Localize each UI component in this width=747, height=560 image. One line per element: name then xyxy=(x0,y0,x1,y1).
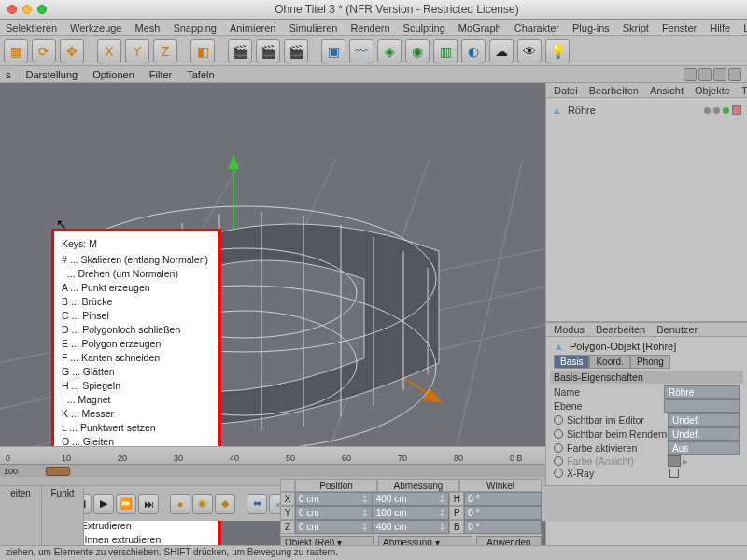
popup-item[interactable]: G ... Glätten xyxy=(62,365,211,379)
view-menu-s[interactable]: s xyxy=(6,69,11,80)
key-pos-button[interactable]: ⬌ xyxy=(247,494,267,514)
menu-snapping[interactable]: Snapping xyxy=(173,22,217,34)
nurbs-icon[interactable]: ◉ xyxy=(405,39,430,63)
dropdown-sichtbar-editor[interactable]: Undef. xyxy=(668,413,740,427)
rotate-icon[interactable]: ⟳ xyxy=(32,39,56,63)
menu-werkzeuge[interactable]: Werkzeuge xyxy=(70,22,121,34)
render-view-icon[interactable]: 🎬 xyxy=(228,39,252,63)
attr-menu-bearbeiten[interactable]: Bearbeiten xyxy=(596,324,645,335)
popup-item[interactable]: K ... Messer xyxy=(62,407,211,421)
input-ebene[interactable] xyxy=(664,399,740,413)
menu-mesh[interactable]: Mesh xyxy=(134,22,160,34)
anim-dot-icon[interactable] xyxy=(554,469,563,478)
generator-icon[interactable]: ◈ xyxy=(377,39,402,63)
input-name[interactable]: Röhre xyxy=(664,385,740,399)
render-region-icon[interactable]: 🎬 xyxy=(256,39,280,63)
om-menu-datei[interactable]: Datei xyxy=(554,85,578,96)
menu-charakter[interactable]: Charakter xyxy=(514,22,559,34)
deformer-icon[interactable]: ◐ xyxy=(461,39,486,63)
step-fwd-button[interactable]: ⏩ xyxy=(116,494,136,514)
zoom-icon[interactable] xyxy=(37,5,47,14)
viewport-nav-icon[interactable] xyxy=(698,68,712,81)
light-icon[interactable]: 💡 xyxy=(545,39,570,63)
om-menu-tags[interactable]: Tag xyxy=(741,85,747,96)
timeline-scrub[interactable]: 100 xyxy=(0,464,545,477)
pos-z-input[interactable]: 0 cm‡ xyxy=(295,520,373,534)
tab-basis[interactable]: Basis xyxy=(554,355,589,369)
menu-animieren[interactable]: Animieren xyxy=(230,22,276,34)
anim-dot-icon[interactable] xyxy=(554,443,563,453)
move-icon[interactable]: ✥ xyxy=(60,39,84,63)
rot-h-input[interactable]: 0 ° xyxy=(464,492,542,506)
popup-item[interactable]: B ... Brücke xyxy=(62,295,211,309)
close-icon[interactable] xyxy=(7,5,17,14)
viewport-nav-icon[interactable] xyxy=(728,68,741,81)
popup-item[interactable]: I ... Magnet xyxy=(62,393,211,407)
anim-dot-icon[interactable] xyxy=(554,456,563,466)
view-menu-darstellung[interactable]: Darstellung xyxy=(26,69,78,80)
axis-x-icon[interactable]: X xyxy=(97,39,121,63)
popup-item[interactable]: , ... Drehen (um Normalen) xyxy=(62,267,211,281)
render-settings-icon[interactable]: 🎬 xyxy=(284,39,308,63)
primitive-cube-icon[interactable]: ▣ xyxy=(321,39,345,63)
menu-simulieren[interactable]: Simulieren xyxy=(289,22,337,34)
phong-tag-icon[interactable] xyxy=(732,105,741,115)
popup-item[interactable]: L ... Punktwert setzen xyxy=(62,421,211,435)
coord-system-icon[interactable]: ◧ xyxy=(190,39,215,63)
menu-fenster[interactable]: Fenster xyxy=(662,22,697,34)
dropdown-sichtbar-rendern[interactable]: Undef. xyxy=(668,427,740,441)
environment-icon[interactable]: ☁ xyxy=(489,39,514,63)
view-menu-filter[interactable]: Filter xyxy=(149,69,172,80)
attr-menu-benutzer[interactable]: Benutzer xyxy=(656,324,698,335)
goto-end-button[interactable]: ⏭ xyxy=(138,494,159,514)
rot-b-input[interactable]: 0 ° xyxy=(464,520,542,534)
autokey-button[interactable]: ◉ xyxy=(192,494,213,514)
view-menu-tafeln[interactable]: Tafeln xyxy=(187,69,214,80)
menu-sculpting[interactable]: Sculpting xyxy=(403,22,445,34)
popup-item[interactable]: T ... Extrudieren xyxy=(62,519,211,533)
anim-dot-icon[interactable] xyxy=(554,415,563,425)
checkbox-xray[interactable] xyxy=(669,469,679,478)
popup-item[interactable]: H ... Spiegeln xyxy=(62,379,211,393)
popup-item[interactable]: D ... Polygonloch schließen xyxy=(62,323,211,337)
popup-item[interactable]: C ... Pinsel xyxy=(62,309,211,323)
menu-mograph[interactable]: MoGraph xyxy=(458,22,501,34)
object-manager[interactable]: ▲ Röhre xyxy=(546,98,747,322)
axis-y-icon[interactable]: Y xyxy=(125,39,149,63)
size-z-input[interactable]: 400 cm‡ xyxy=(373,520,450,534)
tab-phong[interactable]: Phong xyxy=(630,355,670,369)
live-select-icon[interactable]: ▦ xyxy=(4,39,28,63)
axis-z-icon[interactable]: Z xyxy=(153,39,177,63)
menu-rendern[interactable]: Rendern xyxy=(350,22,389,34)
dropdown-farbe-aktivieren[interactable]: Aus xyxy=(668,441,740,455)
menu-plugins[interactable]: Plug-ins xyxy=(572,22,610,34)
om-menu-objekte[interactable]: Objekte xyxy=(695,85,730,96)
visibility-dot-icon[interactable] xyxy=(713,107,720,114)
camera-icon[interactable]: 👁 xyxy=(517,39,542,63)
size-y-input[interactable]: 100 cm‡ xyxy=(373,506,450,520)
object-name[interactable]: Röhre xyxy=(568,105,596,116)
attr-menu-modus[interactable]: Modus xyxy=(554,324,585,335)
tab-koord[interactable]: Koord. xyxy=(589,355,629,369)
popup-item[interactable]: F ... Kanten schneiden xyxy=(62,351,211,365)
timeline-ruler[interactable]: 0 10 20 30 40 50 60 70 80 0 B xyxy=(0,447,545,464)
visibility-dot-icon[interactable] xyxy=(704,107,711,114)
object-row[interactable]: ▲ Röhre xyxy=(552,102,741,119)
pos-x-input[interactable]: 0 cm‡ xyxy=(295,492,373,506)
menu-skript[interactable]: Skript xyxy=(623,22,649,34)
rot-p-input[interactable]: 0 ° xyxy=(464,506,542,520)
viewport-nav-icon[interactable] xyxy=(713,68,726,81)
record-button[interactable]: ● xyxy=(170,494,190,514)
menu-selektieren[interactable]: Selektieren xyxy=(6,22,57,34)
menu-hilfe[interactable]: Hilfe xyxy=(710,22,730,34)
popup-item[interactable]: A ... Punkt erzeugen xyxy=(62,281,211,295)
minimize-icon[interactable] xyxy=(22,5,32,14)
view-menu-optionen[interactable]: Optionen xyxy=(92,69,134,80)
pos-y-input[interactable]: 0 cm‡ xyxy=(295,506,373,520)
keyframe-sel-button[interactable]: ◆ xyxy=(215,494,235,514)
timeline-knob[interactable] xyxy=(46,467,70,476)
play-fwd-button[interactable]: ▶ xyxy=(93,494,114,514)
popup-item[interactable]: W ... Innen extrudieren xyxy=(62,533,211,545)
popup-item[interactable]: E ... Polygon erzeugen xyxy=(62,337,211,351)
viewport-nav-icon[interactable] xyxy=(684,68,697,81)
